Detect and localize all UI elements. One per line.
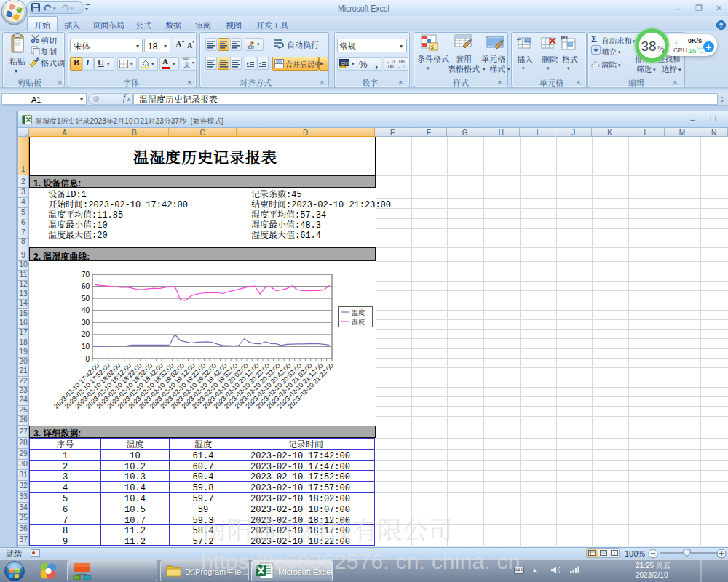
svg-text:70: 70 xyxy=(82,271,90,279)
svg-text:CNY: CNY xyxy=(341,60,350,66)
svg-text:湿度: 湿度 xyxy=(352,317,365,327)
svg-text:40: 40 xyxy=(82,306,90,314)
svg-text:0: 0 xyxy=(85,355,90,363)
svg-text:50: 50 xyxy=(82,295,90,303)
svg-text:≤: ≤ xyxy=(431,42,435,50)
svg-text:温度: 温度 xyxy=(352,308,365,317)
svg-text:20: 20 xyxy=(82,330,90,338)
svg-text:%: % xyxy=(658,45,665,53)
svg-text:38: 38 xyxy=(641,39,656,54)
svg-text:30: 30 xyxy=(82,319,90,327)
svg-text:ab: ab xyxy=(248,42,254,49)
svg-text:?: ? xyxy=(719,20,724,30)
svg-text:10: 10 xyxy=(82,343,90,351)
svg-text:60: 60 xyxy=(82,282,90,290)
